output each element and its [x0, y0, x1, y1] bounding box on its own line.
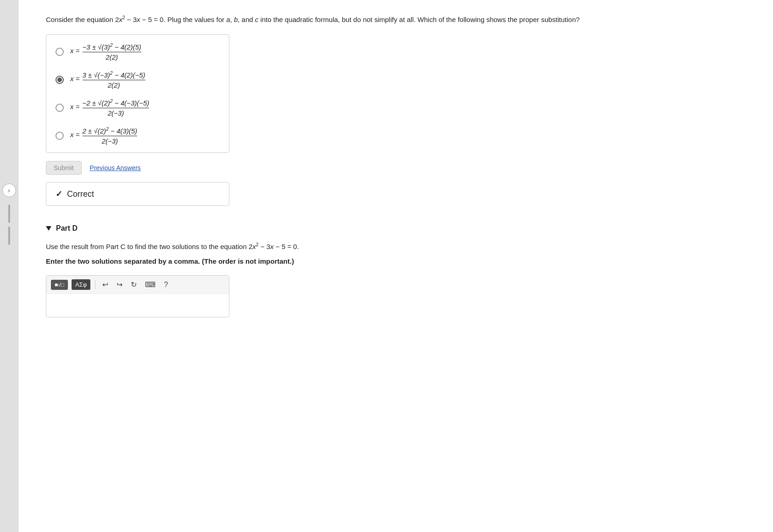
- radio-2[interactable]: [56, 76, 64, 84]
- option-3-row[interactable]: x = −2 ± √(2)2 − 4(−3)(−5) 2(−3): [56, 98, 220, 117]
- radio-3[interactable]: [56, 104, 64, 112]
- refresh-button[interactable]: ↻: [128, 279, 139, 290]
- option-4-row[interactable]: x = 2 ± √(2)2 − 4(3)(5) 2(−3): [56, 126, 220, 145]
- help-button[interactable]: ?: [161, 280, 170, 290]
- option-4-formula: x = 2 ± √(2)2 − 4(3)(5) 2(−3): [70, 126, 138, 145]
- part-d-label: Part D: [56, 224, 78, 233]
- undo-button[interactable]: ↩: [100, 279, 111, 290]
- nav-divider: [8, 205, 10, 223]
- previous-answers-link[interactable]: Previous Answers: [90, 164, 141, 172]
- option-1-formula: x = −3 ± √(3)2 − 4(2)(5) 2(2): [70, 42, 142, 61]
- part-d-instruction-1: Use the result from Part C to find the t…: [46, 241, 745, 252]
- radio-1[interactable]: [56, 48, 64, 56]
- part-d-header: Part D: [46, 224, 745, 233]
- option-1-row[interactable]: x = −3 ± √(3)2 − 4(2)(5) 2(2): [56, 42, 220, 61]
- part-d-instruction-2: Enter the two solutions separated by a c…: [46, 256, 745, 267]
- submit-button[interactable]: Submit: [46, 161, 82, 175]
- option-3-formula: x = −2 ± √(2)2 − 4(−3)(−5) 2(−3): [70, 98, 150, 117]
- option-2-row[interactable]: x = 3 ± √(−3)2 − 4(2)(−5) 2(2): [56, 70, 220, 89]
- correct-label: Correct: [67, 189, 94, 199]
- keyboard-button[interactable]: ⌨: [143, 279, 158, 290]
- nav-forward-button[interactable]: ›: [2, 183, 16, 197]
- symbol-button[interactable]: ΑΣφ: [72, 279, 90, 290]
- main-content: Consider the equation 2x2 − 3x − 5 = 0. …: [18, 0, 773, 532]
- answer-text-input[interactable]: [46, 294, 229, 317]
- part-d-section: Part D Use the result from Part C to fin…: [46, 224, 745, 317]
- chevron-right-icon: ›: [8, 187, 10, 194]
- question-text: Consider the equation 2x2 − 3x − 5 = 0. …: [46, 14, 745, 25]
- nav-divider-2: [8, 227, 10, 245]
- radio-2-fill: [57, 78, 62, 82]
- answer-toolbar: ■√□ ΑΣφ ↩ ↪ ↻ ⌨ ?: [46, 276, 229, 294]
- collapse-toggle[interactable]: [46, 226, 51, 231]
- matrix-button[interactable]: ■√□: [51, 280, 68, 290]
- options-box: x = −3 ± √(3)2 − 4(2)(5) 2(2) x = 3 ± √(…: [46, 34, 229, 153]
- redo-button[interactable]: ↪: [114, 279, 125, 290]
- option-2-formula: x = 3 ± √(−3)2 − 4(2)(−5) 2(2): [70, 70, 146, 89]
- left-navigation: ›: [0, 0, 18, 532]
- checkmark-icon: ✓: [56, 189, 62, 199]
- toolbar-separator: [95, 280, 95, 289]
- submit-row: Submit Previous Answers: [46, 161, 745, 175]
- radio-4[interactable]: [56, 132, 64, 140]
- correct-box: ✓ Correct: [46, 182, 229, 206]
- answer-input-box: ■√□ ΑΣφ ↩ ↪ ↻ ⌨ ?: [46, 275, 229, 317]
